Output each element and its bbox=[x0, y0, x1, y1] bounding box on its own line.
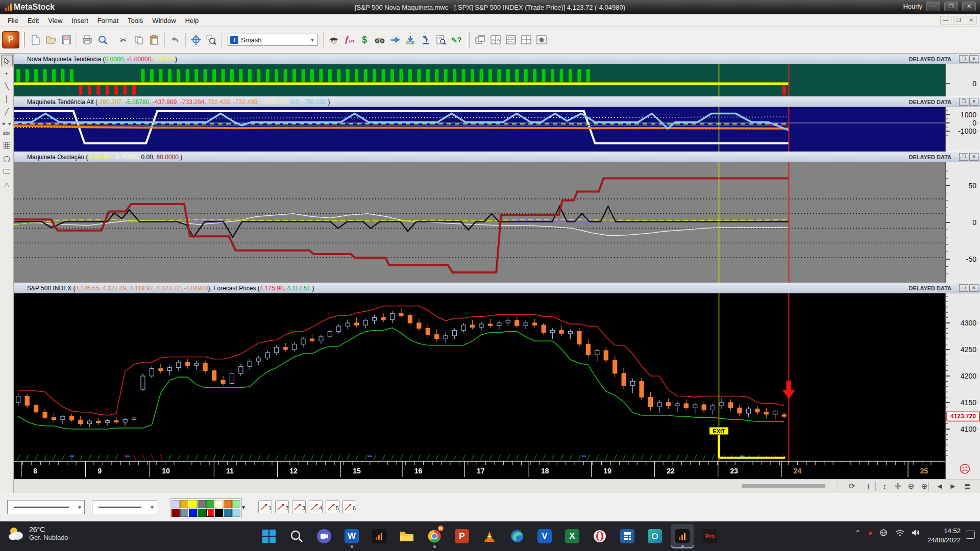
taskbar-vlc-icon[interactable] bbox=[478, 524, 501, 548]
color-swatch[interactable] bbox=[215, 500, 223, 508]
line-style-combo[interactable]: ▼ bbox=[7, 500, 85, 514]
taskbar-powerpoint-icon[interactable]: P bbox=[451, 524, 473, 548]
explorer-search-button[interactable] bbox=[372, 32, 387, 47]
tray-chevron-icon[interactable]: ⌃ bbox=[855, 529, 861, 537]
color-swatch[interactable] bbox=[198, 500, 206, 508]
menu-file[interactable]: File bbox=[3, 15, 23, 26]
expert-commentary-button[interactable] bbox=[418, 32, 433, 47]
tile-horizontal-button[interactable] bbox=[503, 32, 519, 47]
crosshair-tool-button[interactable]: + bbox=[1, 67, 13, 79]
color-swatch[interactable] bbox=[206, 509, 214, 517]
color-swatch[interactable] bbox=[224, 500, 232, 508]
angle-tool-button[interactable]: ╱ bbox=[1, 106, 13, 117]
taskbar-chrome-icon[interactable]: N bbox=[423, 524, 446, 548]
open-button[interactable] bbox=[43, 32, 59, 47]
scroll-right-button[interactable]: ► bbox=[7, 121, 13, 126]
color-swatch[interactable] bbox=[172, 500, 180, 508]
taskbar-calculator-icon[interactable] bbox=[616, 524, 639, 548]
paste-button[interactable] bbox=[146, 32, 162, 47]
vertical-zoom-button[interactable]: ↕ bbox=[878, 480, 891, 492]
tile-quad-button[interactable] bbox=[519, 32, 534, 47]
taskbar-opera-icon[interactable] bbox=[589, 524, 611, 548]
undo-button[interactable] bbox=[167, 32, 183, 47]
toolbar-grip-2[interactable] bbox=[467, 32, 470, 47]
print-preview-button[interactable] bbox=[95, 32, 110, 47]
tray-record-icon[interactable]: ● bbox=[868, 529, 872, 537]
taskbar-photos-icon[interactable] bbox=[644, 524, 666, 548]
color-swatch[interactable] bbox=[206, 500, 214, 508]
color-swatch[interactable] bbox=[224, 509, 232, 517]
panel-close-button[interactable]: ✕ bbox=[969, 153, 978, 161]
taskbar-start-icon[interactable] bbox=[258, 524, 280, 548]
zoom-out-button[interactable]: ⊖ bbox=[905, 480, 917, 492]
explorer-button[interactable] bbox=[326, 32, 341, 47]
grid-tool-button[interactable] bbox=[1, 140, 13, 152]
triangle-tool-button[interactable]: △ bbox=[1, 178, 13, 190]
template-button-1[interactable]: 1 bbox=[258, 500, 272, 513]
menu-view[interactable]: View bbox=[43, 15, 67, 26]
template-button-3[interactable]: 3 bbox=[292, 500, 306, 513]
template-button-4[interactable]: 4 bbox=[309, 500, 323, 513]
template-button-5[interactable]: 5 bbox=[326, 500, 339, 513]
page-right-button[interactable]: ► bbox=[947, 480, 959, 492]
template-button-2[interactable]: 2 bbox=[275, 500, 289, 513]
tray-network-icon[interactable] bbox=[879, 529, 888, 536]
expert-stop-icon[interactable]: ☹ bbox=[959, 462, 971, 477]
taskbar-vcode-icon[interactable]: V bbox=[533, 524, 556, 548]
tile-vertical-button[interactable] bbox=[488, 32, 503, 47]
color-swatch[interactable] bbox=[180, 509, 188, 517]
new-chart-button[interactable] bbox=[28, 32, 43, 47]
print-button[interactable] bbox=[80, 32, 95, 47]
weather-widget[interactable]: 26°C Ger. Nublado bbox=[7, 525, 68, 541]
minimize-button[interactable]: — bbox=[926, 2, 940, 11]
panel-plot-2[interactable] bbox=[14, 162, 945, 283]
menu-window[interactable]: Window bbox=[148, 15, 180, 26]
taskbar-teams-icon[interactable] bbox=[313, 524, 335, 548]
panel-close-button[interactable]: ✕ bbox=[969, 55, 978, 63]
child-restore-button[interactable]: ❐ bbox=[953, 16, 964, 24]
downloader-button[interactable] bbox=[403, 32, 418, 47]
scroll-left-button[interactable]: ◄ bbox=[0, 121, 7, 126]
power-console-button[interactable]: P bbox=[2, 31, 19, 48]
panel-plot-0[interactable] bbox=[14, 64, 945, 96]
menu-help[interactable]: Help bbox=[181, 15, 204, 26]
panel-restore-button[interactable]: ❐ bbox=[959, 153, 968, 161]
color-swatch[interactable] bbox=[189, 500, 197, 508]
report-button[interactable] bbox=[433, 32, 449, 47]
color-swatch[interactable] bbox=[172, 509, 180, 517]
taskbar-metastock-pro-icon[interactable] bbox=[671, 524, 694, 548]
tray-volume-icon[interactable] bbox=[912, 529, 920, 536]
data-window-button[interactable]: ≣ bbox=[961, 480, 973, 492]
clock-widget[interactable]: 14:52 24/08/2022 bbox=[927, 527, 961, 545]
system-tester-button[interactable]: $ bbox=[357, 32, 372, 47]
color-swatch[interactable] bbox=[198, 509, 206, 517]
indicator-builder-button[interactable]: ƒ(x) bbox=[341, 32, 357, 47]
toolbar-grip[interactable] bbox=[22, 32, 25, 47]
notification-center-icon[interactable] bbox=[966, 531, 975, 539]
panel-close-button[interactable]: ✕ bbox=[969, 98, 978, 106]
panel-plot-1[interactable] bbox=[14, 107, 945, 152]
page-left-button[interactable]: ◄ bbox=[934, 480, 946, 492]
menu-tools[interactable]: Tools bbox=[123, 15, 148, 26]
expert-advisor-combo[interactable]: f Smash ▼ bbox=[228, 34, 317, 46]
copy-button[interactable] bbox=[131, 32, 146, 47]
taskbar-excel-icon[interactable]: X bbox=[561, 524, 583, 548]
color-swatch[interactable] bbox=[215, 509, 223, 517]
palette-more-button[interactable]: ▼ bbox=[241, 505, 246, 510]
cut-button[interactable]: ✂ bbox=[116, 32, 131, 47]
taskbar-word-icon[interactable]: W bbox=[340, 524, 363, 548]
taskbar-edge-icon[interactable] bbox=[506, 524, 528, 548]
crosshair-button[interactable] bbox=[188, 32, 204, 47]
cascade-windows-button[interactable] bbox=[473, 32, 488, 47]
panel-restore-button[interactable]: ❐ bbox=[959, 98, 968, 106]
refresh-button[interactable]: ⟳ bbox=[846, 480, 858, 492]
line-weight-combo[interactable]: ▼ bbox=[92, 500, 157, 514]
tray-wifi-icon[interactable] bbox=[895, 530, 904, 536]
menu-format[interactable]: Format bbox=[93, 15, 123, 26]
context-help-button[interactable]: ⇖? bbox=[449, 32, 464, 47]
close-button[interactable]: ✕ bbox=[962, 2, 976, 11]
x-axis[interactable]: 89101112151617181922232425 bbox=[14, 461, 945, 479]
horizontal-scrollbar[interactable] bbox=[742, 484, 825, 488]
vertical-line-tool-button[interactable]: │ bbox=[1, 93, 13, 105]
taskbar-metastock-icon[interactable] bbox=[368, 524, 390, 548]
